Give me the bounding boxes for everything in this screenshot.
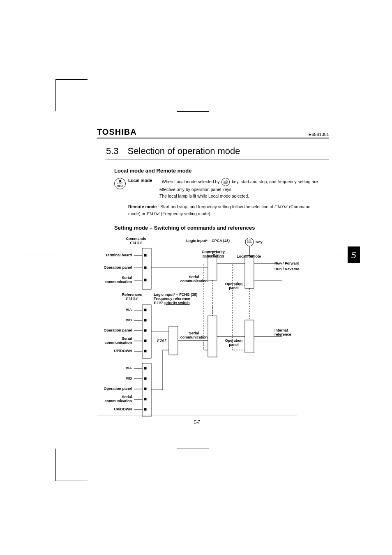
logic-fchg-label: Logic input* = FCHG (38) Frequency refer… bbox=[154, 292, 219, 305]
page-number: E-7 bbox=[97, 420, 297, 424]
operation-panel-label-1: Operation panel bbox=[89, 265, 132, 269]
loc-rem-diagram-icon: LOCREM bbox=[247, 240, 252, 244]
svg-rect-31 bbox=[144, 367, 146, 369]
svg-rect-3 bbox=[144, 279, 146, 281]
run-forward-label: Run / Forward bbox=[274, 261, 316, 265]
svg-rect-34 bbox=[144, 398, 146, 400]
svg-rect-52 bbox=[245, 320, 254, 353]
svg-rect-33 bbox=[144, 388, 146, 390]
svg-rect-24 bbox=[144, 350, 146, 352]
svg-rect-22 bbox=[144, 329, 146, 332]
local-mode-text: : When Local mode selected by LOCREM key… bbox=[159, 178, 318, 199]
chapter-badge: 5 bbox=[348, 246, 360, 263]
subheading-setting-mode: Setting mode – Switching of commands and… bbox=[114, 225, 329, 231]
com-priority-label: Com. prioritycancellation bbox=[197, 250, 230, 258]
serial-comm-label-4: Serialcommunication bbox=[89, 395, 132, 403]
run-reverse-label: Run / Reverse bbox=[274, 267, 316, 271]
section-title: 5.3 Selection of operation mode bbox=[106, 146, 329, 157]
vib-label-1: VIB bbox=[89, 318, 132, 322]
section-name: Selection of operation mode bbox=[128, 146, 240, 157]
terminal-board-label: Terminal board bbox=[89, 253, 132, 257]
mode-description-block: LOC REM Local mode : When Local mode sel… bbox=[114, 178, 329, 217]
loc-rem-key-icon: LOC REM bbox=[114, 178, 126, 189]
updown-label-2: UP/DOWN bbox=[89, 407, 132, 411]
internal-reference-label: Internalreference bbox=[274, 328, 316, 336]
diagram-key-label: Key bbox=[256, 240, 268, 244]
svg-rect-30 bbox=[142, 363, 151, 417]
svg-rect-23 bbox=[144, 340, 146, 342]
vib-label-2: VIB bbox=[89, 376, 132, 380]
subheading-local-remote: Local mode and Remote mode bbox=[114, 168, 329, 174]
svg-rect-41 bbox=[169, 326, 178, 355]
svg-rect-20 bbox=[144, 309, 146, 311]
loc-rem-key-icon-small: LOCREM bbox=[221, 178, 230, 186]
svg-rect-21 bbox=[144, 319, 146, 321]
footer-rule bbox=[97, 415, 297, 415]
f207-code: F207 bbox=[154, 339, 169, 343]
operation-panel-label-5: Operationpanel bbox=[219, 339, 248, 347]
via-label-1: VIA bbox=[89, 308, 132, 312]
operation-panel-label-2: Operationpanel bbox=[219, 282, 248, 290]
via-label-2: VIA bbox=[89, 366, 132, 370]
brand-logo: TOSHIBA bbox=[97, 127, 137, 137]
svg-rect-2 bbox=[144, 267, 146, 269]
local-mode-label: Local mode bbox=[128, 178, 159, 183]
section-number: 5.3 bbox=[106, 146, 119, 157]
remote-mode-text: Remote mode : Start and stop, and freque… bbox=[128, 203, 310, 217]
serial-comm-label-3: Serialcommunication bbox=[89, 336, 132, 345]
serial-comm-label-5: Serialcommunication bbox=[178, 331, 210, 339]
svg-rect-32 bbox=[144, 378, 146, 380]
updown-label-1: UP/DOWN bbox=[89, 349, 132, 353]
serial-comm-label-2: Serialcommunication bbox=[178, 275, 210, 283]
references-title: ReferencesFMOd bbox=[113, 292, 150, 301]
svg-rect-0 bbox=[142, 248, 151, 289]
operation-panel-label-4: Operation panel bbox=[89, 387, 132, 391]
mode-switch-diagram: CommandsCMOd Terminal board Operation pa… bbox=[97, 236, 329, 417]
svg-rect-35 bbox=[144, 408, 146, 410]
svg-rect-1 bbox=[144, 254, 146, 256]
document-number: E6581381 bbox=[309, 132, 329, 137]
svg-rect-19 bbox=[142, 305, 151, 358]
commands-title: CommandsCMOd bbox=[120, 237, 152, 245]
local-remote-label: Local/Remote bbox=[237, 254, 270, 258]
operation-panel-label-3: Operation panel bbox=[89, 328, 132, 332]
serial-comm-label-1: Serialcommunication bbox=[89, 276, 132, 284]
logic-cpca-label: Logic input* = CPCA (48) bbox=[179, 239, 237, 243]
header-bar: TOSHIBA E6581381 bbox=[97, 127, 329, 138]
